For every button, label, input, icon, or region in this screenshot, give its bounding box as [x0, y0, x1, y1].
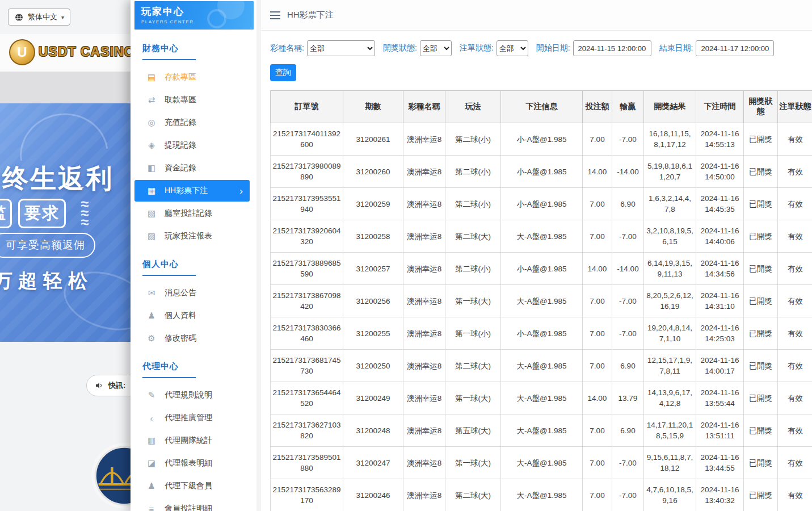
sidebar-item[interactable]: ♟個人資料 [134, 304, 256, 327]
sidebar-item[interactable]: ▦HH彩票下注› [134, 180, 250, 202]
table-cell: 2152173173830366460 [271, 317, 343, 350]
table-cell: 小-A盤@1.985 [501, 156, 583, 188]
column-header: 開獎狀態 [744, 91, 778, 123]
sidebar-scrollbar[interactable] [256, 0, 261, 511]
table-cell: 小-A盤@1.985 [501, 253, 583, 285]
sidebar-item-label: 取款專區 [165, 95, 196, 105]
sidebar-item[interactable]: ✎代理規則說明 [134, 384, 256, 407]
table-cell: 14.00 [583, 156, 612, 188]
recharge-record-icon: ◎ [146, 118, 157, 128]
sidebar-item[interactable]: ♟代理下級會員 [134, 475, 256, 497]
column-header: 期數 [343, 91, 403, 123]
lottery-filter-label: 彩種名稱: [270, 43, 304, 53]
bet-status-select[interactable]: 全部 [497, 40, 528, 56]
sidebar-item[interactable]: ▤存款專區 [134, 66, 256, 89]
sidebar-item[interactable]: ‹代理推廣管理 [134, 407, 256, 429]
table-cell: -7.00 [612, 479, 644, 511]
table-cell: 大-A盤@1.985 [501, 350, 583, 382]
sidebar-item-label: 代理下級會員 [165, 481, 212, 491]
table-cell: 已開獎 [744, 382, 778, 414]
table-cell: 2152173173889685590 [271, 253, 343, 285]
table-cell: -14.00 [612, 253, 644, 285]
table-cell: 7.00 [583, 123, 612, 156]
sidebar-item[interactable]: ◪代理報表明細 [134, 452, 256, 475]
table-cell: 2024-11-16 13:51:11 [696, 414, 744, 447]
table-row: 215217317398008989031200260澳洲幸运8第二球(小)小-… [271, 156, 812, 188]
sidebar-item-label: 提現記錄 [165, 140, 196, 150]
table-cell: 7.00 [583, 285, 612, 317]
start-date-label: 開始日期: [536, 43, 570, 53]
nav-band [0, 72, 131, 103]
table-row: 215217317395355194031200259澳洲幸运8第二球(小)小-… [271, 188, 812, 220]
table-cell: 大-A盤@1.985 [501, 220, 583, 253]
table-row: 215217317368174573031200250澳洲幸运8第二球(大)大-… [271, 350, 812, 382]
lottery-select[interactable]: 全部 [307, 40, 375, 56]
sidebar-item[interactable]: ▥代理團隊統計 [134, 429, 256, 452]
table-row: 215217317365446452031200249澳洲幸运8第一球(大)大-… [271, 382, 812, 414]
banner-subtitle: 万超轻松 [0, 268, 93, 294]
table-cell: 31200249 [343, 382, 403, 414]
table-row: 215217317392060432031200258澳洲幸运8第二球(大)大-… [271, 220, 812, 253]
table-cell: 2152173173681745730 [271, 350, 343, 382]
member-bet-detail-icon: ≡ [146, 504, 157, 511]
table-cell: 第二球(大) [445, 350, 501, 382]
sidebar-item[interactable]: ▧廳室投註記錄 [134, 202, 256, 225]
table-cell: 2024-11-16 14:40:06 [696, 220, 744, 253]
table-cell: 2152173173654464520 [271, 382, 343, 414]
chevron-down-icon: ▾ [61, 14, 64, 20]
members-icon: ♟ [146, 481, 157, 491]
top-bar: 繁体中文 ▾ [0, 0, 131, 34]
table-cell: 5,19,8,18,6,11,20,7 [644, 156, 696, 188]
report-detail-icon: ◪ [146, 458, 157, 468]
table-cell: 8,20,5,2,6,12,16,19 [644, 285, 696, 317]
sidebar-item[interactable]: ≡會員投註明細 [134, 497, 256, 511]
table-cell: 31200257 [343, 253, 403, 285]
table-cell: 7.00 [583, 220, 612, 253]
section-title: 代理中心 [142, 361, 196, 378]
brand-logo: U USDT CASINO [0, 34, 131, 72]
banner-badge-row: 槛 要求 ≈ ≈ ≈ [0, 199, 131, 228]
table-cell: 31200261 [343, 123, 403, 156]
end-date-input[interactable] [696, 40, 774, 56]
sidebar-item-label: 代理規則說明 [165, 390, 212, 400]
draw-status-select[interactable]: 全部 [420, 40, 452, 56]
sidebar-item[interactable]: ◎充值記錄 [134, 111, 256, 134]
table-cell: 14.00 [583, 253, 612, 285]
sidebar-item[interactable]: ◧資金記錄 [134, 157, 256, 179]
sidebar-item[interactable]: ⚙修改密碼 [134, 327, 256, 350]
table-body: 215217317401139260031200261澳洲幸运8第二球(小)小-… [271, 123, 812, 511]
search-button[interactable]: 查詢 [270, 64, 296, 81]
sidebar-item[interactable]: ◈提現記錄 [134, 134, 256, 157]
table-cell: 有效 [778, 123, 812, 156]
table-wrap: 訂單號期數彩種名稱玩法下注信息投注額輸贏開獎結果下注時間開獎狀態注單狀態 215… [261, 81, 812, 511]
table-row: 215217317386709842031200256澳洲幸运8第一球(大)大-… [271, 285, 812, 317]
content-header: HH彩票下注 [261, 0, 812, 31]
column-header: 輸贏 [612, 91, 644, 123]
sidebar-item[interactable]: ⇄取款專區 [134, 89, 256, 111]
table-cell: 已開獎 [744, 220, 778, 253]
sidebar-item-label: HH彩票下注 [165, 186, 208, 196]
sidebar-subtitle: PLAYERS CENTER [141, 19, 254, 24]
table-cell: 大-A盤@1.985 [501, 414, 583, 447]
language-selector[interactable]: 繁体中文 ▾ [8, 9, 70, 26]
column-header: 開獎結果 [644, 91, 696, 123]
table-cell: 2024-11-16 14:25:03 [696, 317, 744, 350]
table-cell: 第一球(大) [445, 447, 501, 479]
sidebar-title: 玩家中心 [141, 5, 254, 18]
usdt-coin-icon: U [9, 39, 35, 65]
start-date-input[interactable] [573, 40, 651, 56]
table-cell: 9,15,6,11,8,7,18,12 [644, 447, 696, 479]
sidebar-item[interactable]: ▨玩家投注報表 [134, 225, 256, 248]
table-cell: 31200247 [343, 447, 403, 479]
table-cell: 12,15,17,1,9,7,8,11 [644, 350, 696, 382]
table-cell: 有效 [778, 220, 812, 253]
gear-icon: ⚙ [146, 333, 157, 344]
user-icon: ♟ [146, 311, 157, 321]
sidebar-item[interactable]: ✉消息公告 [134, 282, 256, 304]
banner-decoration [15, 107, 108, 161]
table-cell: 澳洲幸运8 [403, 382, 445, 414]
sidebar-item-label: 代理推廣管理 [165, 413, 212, 423]
column-header: 訂單號 [271, 91, 343, 123]
menu-toggle-icon[interactable] [270, 15, 280, 16]
table-cell: 2024-11-16 13:40:32 [696, 479, 744, 511]
